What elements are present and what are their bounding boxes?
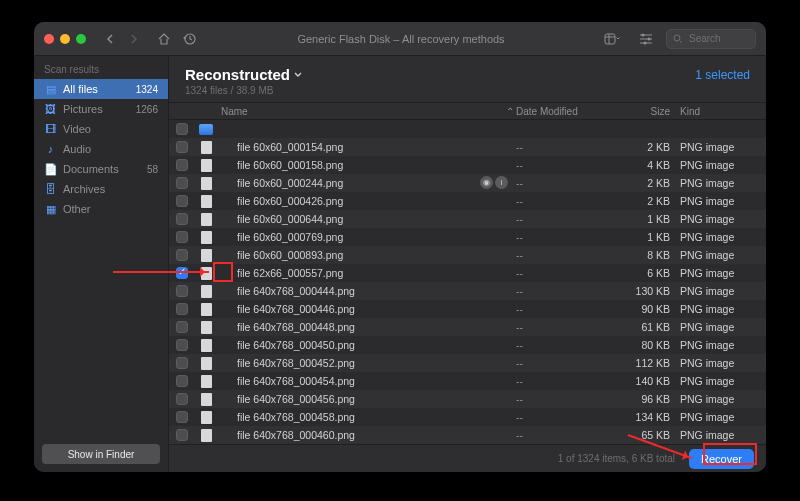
file-size: 96 KB bbox=[616, 393, 676, 405]
table-row[interactable]: file 62x66_000557.png--6 KBPNG image bbox=[169, 264, 766, 282]
row-checkbox[interactable] bbox=[176, 393, 188, 405]
table-row[interactable]: file 60x60_000769.png--1 KBPNG image bbox=[169, 228, 766, 246]
table-row[interactable] bbox=[169, 120, 766, 138]
file-name: file 640x768_000460.png bbox=[217, 429, 516, 441]
forward-button[interactable] bbox=[124, 34, 144, 44]
file-name: file 60x60_000244.png bbox=[217, 177, 516, 189]
show-in-finder-button[interactable]: Show in Finder bbox=[42, 444, 160, 464]
file-icon bbox=[201, 285, 212, 298]
file-kind: PNG image bbox=[676, 375, 766, 387]
home-button[interactable] bbox=[154, 33, 174, 45]
col-date[interactable]: Date Modified bbox=[516, 106, 616, 117]
table-row[interactable]: file 640x768_000460.png--65 KBPNG image bbox=[169, 426, 766, 444]
other-icon: ▦ bbox=[44, 203, 57, 216]
file-date: -- bbox=[516, 141, 616, 153]
table-row[interactable]: file 640x768_000456.png--96 KBPNG image bbox=[169, 390, 766, 408]
col-name[interactable]: Name bbox=[217, 106, 506, 117]
search-field[interactable]: Search bbox=[666, 29, 756, 49]
row-checkbox[interactable] bbox=[176, 177, 188, 189]
file-name: file 60x60_000158.png bbox=[217, 159, 516, 171]
table-row[interactable]: file 60x60_000244.png◉i--2 KBPNG image bbox=[169, 174, 766, 192]
file-kind: PNG image bbox=[676, 249, 766, 261]
row-checkbox[interactable] bbox=[176, 123, 188, 135]
info-icon[interactable]: i bbox=[495, 176, 508, 189]
row-checkbox[interactable] bbox=[176, 339, 188, 351]
file-name: file 640x768_000444.png bbox=[217, 285, 516, 297]
table-row[interactable]: file 640x768_000454.png--140 KBPNG image bbox=[169, 372, 766, 390]
row-checkbox[interactable] bbox=[176, 429, 188, 441]
table-row[interactable]: file 60x60_000154.png--2 KBPNG image bbox=[169, 138, 766, 156]
back-button[interactable] bbox=[100, 34, 120, 44]
file-icon bbox=[201, 177, 212, 190]
table-row[interactable]: file 640x768_000458.png--134 KBPNG image bbox=[169, 408, 766, 426]
table-row[interactable]: file 640x768_000452.png--112 KBPNG image bbox=[169, 354, 766, 372]
table-row[interactable]: file 60x60_000158.png--4 KBPNG image bbox=[169, 156, 766, 174]
file-kind: PNG image bbox=[676, 303, 766, 315]
file-size: 80 KB bbox=[616, 339, 676, 351]
preview-icon[interactable]: ◉ bbox=[480, 176, 493, 189]
row-checkbox[interactable] bbox=[176, 411, 188, 423]
table-row[interactable]: file 60x60_000893.png--8 KBPNG image bbox=[169, 246, 766, 264]
table-row[interactable]: file 640x768_000448.png--61 KBPNG image bbox=[169, 318, 766, 336]
filters-button[interactable] bbox=[636, 33, 656, 45]
row-checkbox[interactable] bbox=[176, 213, 188, 225]
section-title[interactable]: Reconstructed bbox=[185, 66, 302, 83]
file-size: 8 KB bbox=[616, 249, 676, 261]
sidebar-item-label: All files bbox=[63, 83, 98, 95]
sidebar-item-documents[interactable]: 📄Documents58 bbox=[34, 159, 168, 179]
table-row[interactable]: file 640x768_000450.png--80 KBPNG image bbox=[169, 336, 766, 354]
file-name: file 640x768_000458.png bbox=[217, 411, 516, 423]
table-row[interactable]: file 60x60_000426.png--2 KBPNG image bbox=[169, 192, 766, 210]
row-checkbox[interactable] bbox=[176, 303, 188, 315]
file-icon bbox=[201, 195, 212, 208]
row-checkbox[interactable] bbox=[176, 267, 188, 279]
sidebar-item-archives[interactable]: 🗄Archives bbox=[34, 179, 168, 199]
close-window-button[interactable] bbox=[44, 34, 54, 44]
file-name: file 60x60_000426.png bbox=[217, 195, 516, 207]
sidebar-item-video[interactable]: 🎞Video bbox=[34, 119, 168, 139]
file-name: file 60x60_000893.png bbox=[217, 249, 516, 261]
svg-point-5 bbox=[674, 35, 680, 41]
file-icon bbox=[201, 231, 212, 244]
sidebar-item-other[interactable]: ▦Other bbox=[34, 199, 168, 219]
row-checkbox[interactable] bbox=[176, 285, 188, 297]
col-kind[interactable]: Kind bbox=[676, 106, 766, 117]
drive-icon bbox=[199, 124, 213, 135]
history-button[interactable] bbox=[180, 32, 200, 46]
file-icon bbox=[201, 249, 212, 262]
row-checkbox[interactable] bbox=[176, 249, 188, 261]
search-placeholder: Search bbox=[689, 33, 721, 44]
row-checkbox[interactable] bbox=[176, 375, 188, 387]
file-date: -- bbox=[516, 321, 616, 333]
file-date: -- bbox=[516, 213, 616, 225]
recover-button[interactable]: Recover bbox=[689, 449, 754, 469]
row-checkbox[interactable] bbox=[176, 357, 188, 369]
sidebar-item-label: Other bbox=[63, 203, 91, 215]
toolbar: Generic Flash Disk – All recovery method… bbox=[34, 22, 766, 56]
file-kind: PNG image bbox=[676, 213, 766, 225]
selection-count: 1 selected bbox=[695, 68, 750, 82]
file-icon bbox=[201, 429, 212, 442]
file-name: file 640x768_000448.png bbox=[217, 321, 516, 333]
file-date: -- bbox=[516, 303, 616, 315]
row-checkbox[interactable] bbox=[176, 141, 188, 153]
file-kind: PNG image bbox=[676, 357, 766, 369]
zoom-window-button[interactable] bbox=[76, 34, 86, 44]
col-size[interactable]: Size bbox=[616, 106, 676, 117]
view-mode-button[interactable] bbox=[602, 33, 622, 45]
minimize-window-button[interactable] bbox=[60, 34, 70, 44]
row-checkbox[interactable] bbox=[176, 195, 188, 207]
row-checkbox[interactable] bbox=[176, 159, 188, 171]
row-checkbox[interactable] bbox=[176, 321, 188, 333]
files-icon: ▤ bbox=[44, 83, 57, 96]
file-name: file 640x768_000456.png bbox=[217, 393, 516, 405]
table-row[interactable]: file 640x768_000444.png--130 KBPNG image bbox=[169, 282, 766, 300]
table-row[interactable]: file 640x768_000446.png--90 KBPNG image bbox=[169, 300, 766, 318]
sidebar-item-all-files[interactable]: ▤All files1324 bbox=[34, 79, 168, 99]
sidebar-item-audio[interactable]: ♪Audio bbox=[34, 139, 168, 159]
file-name: file 60x60_000154.png bbox=[217, 141, 516, 153]
row-checkbox[interactable] bbox=[176, 231, 188, 243]
sidebar-item-pictures[interactable]: 🖼Pictures1266 bbox=[34, 99, 168, 119]
table-row[interactable]: file 60x60_000644.png--1 KBPNG image bbox=[169, 210, 766, 228]
footer-status: 1 of 1324 items, 6 KB total bbox=[558, 453, 675, 464]
